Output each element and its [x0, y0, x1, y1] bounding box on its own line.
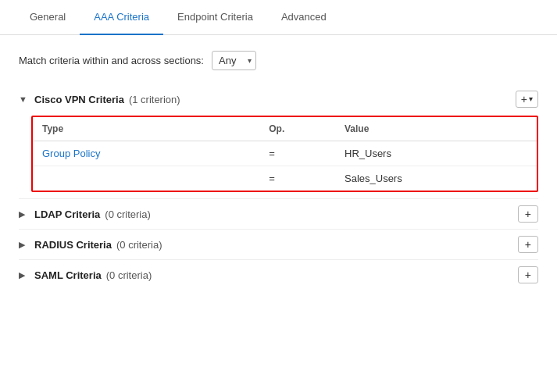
saml-section: ▶ SAML Criteria (0 criteria) + — [19, 259, 538, 290]
tab-general[interactable]: General — [16, 0, 80, 35]
row2-op-cell: = — [259, 166, 335, 191]
radius-add-button[interactable]: + — [518, 236, 538, 253]
cisco-vpn-count: (1 criterion) — [129, 94, 180, 105]
cisco-vpn-add-button[interactable]: + ▾ — [516, 91, 538, 108]
match-criteria-label: Match criteria within and across section… — [19, 55, 204, 66]
radius-title: RADIUS Criteria — [34, 239, 112, 251]
main-content: Match criteria within and across section… — [0, 35, 557, 305]
cisco-vpn-section: ▼ Cisco VPN Criteria (1 criterion) + ▾ T… — [19, 86, 538, 192]
row1-op-cell: = — [259, 141, 335, 166]
saml-title: SAML Criteria — [34, 269, 102, 281]
cisco-vpn-header-left: ▼ Cisco VPN Criteria (1 criterion) — [19, 94, 180, 105]
ldap-header-left: ▶ LDAP Criteria (0 criteria) — [19, 208, 151, 220]
row2-type-cell — [33, 166, 259, 191]
table-row: Group Policy = HR_Users — [33, 141, 537, 166]
row1-value-cell: HR_Users — [335, 141, 537, 166]
cisco-vpn-title: Cisco VPN Criteria — [34, 94, 124, 105]
tab-bar: General AAA Criteria Endpoint Criteria A… — [0, 0, 557, 35]
saml-count: (0 criteria) — [106, 269, 152, 281]
cisco-vpn-table: Type Op. Value Group Policy = HR_Users = — [33, 117, 537, 191]
saml-toggle[interactable]: ▶ — [19, 270, 30, 280]
saml-header-left: ▶ SAML Criteria (0 criteria) — [19, 269, 152, 281]
col-header-op: Op. — [259, 117, 335, 141]
tab-aaa-criteria[interactable]: AAA Criteria — [80, 0, 163, 35]
table-header-row: Type Op. Value — [33, 117, 537, 141]
col-header-value: Value — [335, 117, 537, 141]
match-criteria-select-wrapper: Any All ▾ — [212, 51, 256, 70]
cisco-vpn-table-wrapper: Type Op. Value Group Policy = HR_Users = — [31, 116, 538, 192]
saml-add-button[interactable]: + — [518, 266, 538, 283]
col-header-type: Type — [33, 117, 259, 141]
row2-value-cell: Sales_Users — [335, 166, 537, 191]
tab-advanced[interactable]: Advanced — [267, 0, 341, 35]
row1-type-cell[interactable]: Group Policy — [33, 141, 259, 166]
plus-icon: + — [521, 94, 527, 105]
tab-endpoint-criteria[interactable]: Endpoint Criteria — [163, 0, 267, 35]
chevron-down-icon: ▾ — [529, 95, 533, 103]
radius-toggle[interactable]: ▶ — [19, 240, 30, 250]
cisco-vpn-section-header: ▼ Cisco VPN Criteria (1 criterion) + ▾ — [19, 86, 538, 112]
cisco-vpn-toggle[interactable]: ▼ — [19, 94, 30, 104]
radius-count: (0 criteria) — [116, 239, 162, 251]
ldap-count: (0 criteria) — [105, 208, 151, 220]
table-row: = Sales_Users — [33, 166, 537, 191]
match-criteria-select[interactable]: Any All — [212, 51, 256, 70]
ldap-add-button[interactable]: + — [518, 205, 538, 223]
ldap-title: LDAP Criteria — [34, 208, 100, 220]
ldap-section: ▶ LDAP Criteria (0 criteria) + — [19, 198, 538, 229]
match-criteria-row: Match criteria within and across section… — [19, 51, 538, 70]
radius-header-left: ▶ RADIUS Criteria (0 criteria) — [19, 239, 162, 251]
ldap-toggle[interactable]: ▶ — [19, 209, 30, 219]
radius-section: ▶ RADIUS Criteria (0 criteria) + — [19, 229, 538, 259]
